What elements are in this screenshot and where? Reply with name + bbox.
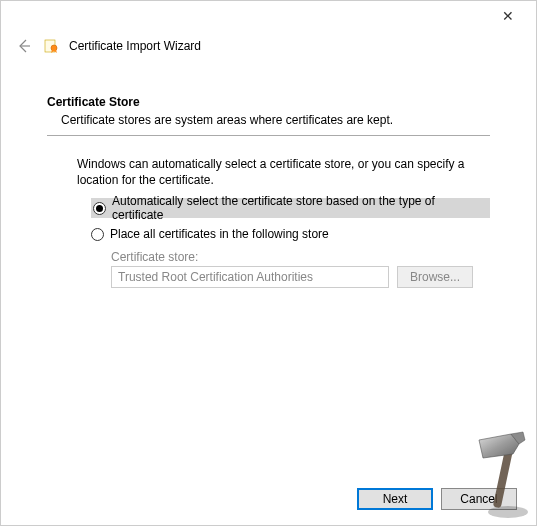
cancel-button[interactable]: Cancel: [441, 488, 517, 510]
section-description: Certificate stores are system areas wher…: [61, 113, 490, 127]
certificate-store-input: [111, 266, 389, 288]
wizard-footer: Next Cancel: [357, 488, 517, 510]
divider: [47, 135, 490, 136]
wizard-title: Certificate Import Wizard: [69, 39, 201, 53]
store-radio-group: Automatically select the certificate sto…: [91, 198, 490, 244]
window-titlebar: ✕: [1, 1, 536, 31]
certificate-icon: [43, 38, 59, 54]
radio-manual-label: Place all certificates in the following …: [110, 227, 329, 241]
certificate-store-block: Certificate store: Browse...: [111, 250, 490, 288]
radio-auto-label: Automatically select the certificate sto…: [112, 194, 488, 222]
store-field-label: Certificate store:: [111, 250, 490, 264]
section-heading: Certificate Store: [47, 95, 490, 109]
wizard-header: Certificate Import Wizard: [1, 31, 536, 67]
close-button[interactable]: ✕: [488, 2, 528, 30]
browse-button: Browse...: [397, 266, 473, 288]
radio-icon: [93, 202, 106, 215]
content-area: Certificate Store Certificate stores are…: [1, 67, 536, 298]
radio-manual-select[interactable]: Place all certificates in the following …: [91, 224, 490, 244]
next-button[interactable]: Next: [357, 488, 433, 510]
back-arrow-icon[interactable]: [15, 37, 33, 55]
radio-auto-select[interactable]: Automatically select the certificate sto…: [91, 198, 490, 218]
radio-icon: [91, 228, 104, 241]
intro-text: Windows can automatically select a certi…: [77, 156, 490, 188]
